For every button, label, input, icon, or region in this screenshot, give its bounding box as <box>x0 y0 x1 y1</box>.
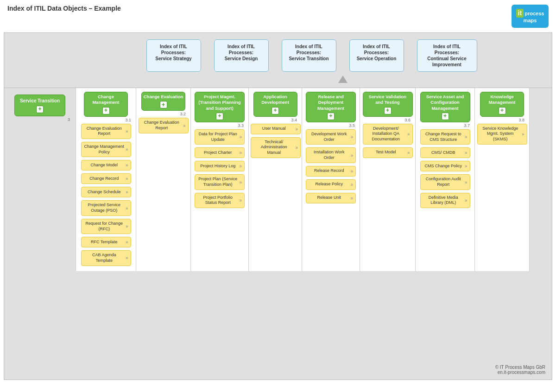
knowledge-mgmt-label: Knowledge Management <box>482 94 522 106</box>
item-project-charter[interactable]: Project Charter » <box>195 147 245 158</box>
service-validation-box[interactable]: Service Validation and Testing + <box>363 92 413 117</box>
change-evaluation-box[interactable]: Change Evaluation + <box>141 92 185 111</box>
main-grid: Service Transition + 3 Change Management… <box>4 88 552 271</box>
arrow-icon: » <box>125 189 128 195</box>
item-change-mgmt-policy[interactable]: Change Management Policy » <box>81 142 131 157</box>
item-cab-agenda[interactable]: CAB Agenda Template » <box>81 250 131 266</box>
section-num-3-5: 3.5 <box>304 123 358 128</box>
item-label: User Manual <box>253 126 294 132</box>
plus-btn-3-3[interactable]: + <box>216 113 223 120</box>
plus-btn-3-5[interactable]: + <box>327 113 335 120</box>
header-section: Index of ITILProcesses:Service Strategy … <box>4 33 552 85</box>
arrow-icon: » <box>125 239 128 245</box>
item-release-policy[interactable]: Release Policy » <box>306 179 356 190</box>
process-box-service-design[interactable]: Index of ITILProcesses:Service Design <box>214 39 269 72</box>
item-release-unit[interactable]: Release Unit » <box>306 193 356 203</box>
col-3-1: Change Management + 3.1 Change Evaluatio… <box>76 88 136 271</box>
item-skms[interactable]: Service Knowledge Mgmt. System (SKMS) » <box>477 124 527 145</box>
item-label: Change Request to CMS Structure <box>423 132 464 142</box>
item-test-model[interactable]: Test Model » <box>363 147 413 158</box>
item-label: Project History Log <box>197 164 238 169</box>
arrow-icon: » <box>406 150 410 156</box>
arrow-icon: » <box>349 195 353 201</box>
project-mgmt-box[interactable]: Project Magmt. (Transition Planning and … <box>195 92 245 122</box>
plus-btn-3-6[interactable]: + <box>384 107 392 114</box>
item-label: Change Management Policy <box>84 144 125 155</box>
item-label: Project Charter <box>197 150 238 156</box>
plus-btn-3-8[interactable]: + <box>499 107 506 114</box>
arrow-icon: » <box>125 223 128 229</box>
item-change-eval-report[interactable]: Change Evaluation Report » <box>81 124 131 139</box>
top-bar: Index of ITIL Data Objects – Example itp… <box>0 0 556 31</box>
item-rfc-template[interactable]: RFC Template » <box>81 237 131 247</box>
item-dml[interactable]: Definitive Media Library (DML) » <box>420 193 470 208</box>
process-box-service-strategy[interactable]: Index of ITILProcesses:Service Strategy <box>146 39 201 72</box>
arrow-icon: » <box>238 150 242 156</box>
item-dev-install-qa[interactable]: Development/ Installation QA Documentati… <box>363 124 413 145</box>
plus-btn-3-7[interactable]: + <box>442 113 449 120</box>
triangle-icon <box>338 76 348 83</box>
plus-btn-3-4[interactable]: + <box>272 107 279 114</box>
item-change-schedule[interactable]: Change Schedule » <box>81 187 131 197</box>
change-management-box[interactable]: Change Management + <box>84 92 128 117</box>
item-project-plan[interactable]: Project Plan (Service Transition Plan) » <box>195 174 245 190</box>
page: Index of ITIL Data Objects – Example itp… <box>0 0 556 392</box>
item-tech-admin-manual[interactable]: Technical/ Administration Manual » <box>251 137 301 158</box>
arrow-icon: » <box>125 162 128 168</box>
process-box-label: Index of ITILProcesses:Service Transitio… <box>289 44 329 61</box>
item-install-work-order[interactable]: Installation Work Order » <box>306 147 356 163</box>
item-label: Project Portfolio Status Report <box>197 195 238 206</box>
app-dev-label: Application Development <box>255 94 296 106</box>
item-label: Change Record <box>84 176 125 182</box>
arrow-icon: » <box>521 131 524 137</box>
item-project-history[interactable]: Project History Log » <box>195 161 245 171</box>
process-box-csi[interactable]: Index of ITILProcesses:Continual Service… <box>417 39 477 72</box>
change-evaluation-label: Change Evaluation <box>143 94 183 100</box>
item-cms-cmdb[interactable]: CMS/ CMDB » <box>420 147 470 158</box>
item-cms-change-policy[interactable]: CMS Change Policy » <box>420 161 470 171</box>
item-rfc[interactable]: Request for Change (RFC) » <box>81 219 131 234</box>
item-label: Development/ Installation QA Documentati… <box>366 126 406 142</box>
item-label: Data for Project Plan Update <box>197 132 238 142</box>
item-project-portfolio[interactable]: Project Portfolio Status Report » <box>195 193 245 208</box>
item-data-project-plan[interactable]: Data for Project Plan Update » <box>195 129 245 145</box>
arrow-icon: » <box>125 205 128 211</box>
item-release-record[interactable]: Release Record » <box>306 166 356 177</box>
release-deploy-box[interactable]: Release and Deployment Management + <box>306 92 356 122</box>
col-3-4: Application Development + 3.4 User Manua… <box>249 88 302 271</box>
item-change-model[interactable]: Change Model » <box>81 160 131 171</box>
item-dev-work-order[interactable]: Development Work Order » <box>306 129 356 145</box>
item-label: RFC Template <box>84 240 125 245</box>
item-pso[interactable]: Projected Service Outage (PSO) » <box>81 200 131 215</box>
col-3-6: Service Validation and Testing + 3.6 Dev… <box>360 88 416 271</box>
item-label: Change Schedule <box>84 190 125 195</box>
process-box-label: Index of ITILProcesses:Service Design <box>225 44 258 61</box>
arrow-icon: » <box>464 134 468 140</box>
process-box-service-transition[interactable]: Index of ITILProcesses:Service Transitio… <box>282 39 336 72</box>
plus-btn-3-2[interactable]: + <box>160 101 167 108</box>
item-change-request-cms[interactable]: Change Request to CMS Structure » <box>420 129 470 145</box>
service-asset-box[interactable]: Service Asset and Configuration Manageme… <box>420 92 470 122</box>
item-change-record[interactable]: Change Record » <box>81 173 131 184</box>
section-num-3-2: 3.2 <box>138 112 189 116</box>
plus-button[interactable]: + <box>36 106 44 113</box>
knowledge-mgmt-box[interactable]: Knowledge Management + <box>480 92 524 117</box>
service-transition-box[interactable]: Service Transition + <box>14 95 65 116</box>
plus-btn-3-1[interactable]: + <box>102 107 110 114</box>
change-management-label: Change Management <box>86 94 126 106</box>
item-label: Projected Service Outage (PSO) <box>84 202 125 213</box>
process-box-label: Index of ITILProcesses:Service Strategy <box>155 44 191 61</box>
process-box-label: Index of ITILProcesses:Service Operation <box>357 44 397 61</box>
arrow-icon: » <box>464 163 468 169</box>
arrow-icon: » <box>464 179 468 185</box>
arrow-icon: » <box>294 126 298 132</box>
app-dev-box[interactable]: Application Development + <box>253 92 297 117</box>
item-change-eval-report-3-2[interactable]: Change Evaluation Report » <box>139 118 189 133</box>
header-columns: Index of ITILProcesses:Service Strategy … <box>4 39 552 72</box>
item-label: Change Model <box>84 163 125 168</box>
item-user-manual[interactable]: User Manual » <box>251 124 301 134</box>
process-box-service-operation[interactable]: Index of ITILProcesses:Service Operation <box>349 39 404 72</box>
col-3-3: Project Magmt. (Transition Planning and … <box>191 88 249 271</box>
item-config-audit[interactable]: Configuration Audit Report » <box>420 174 470 190</box>
col-3-2: Change Evaluation + 3.2 Change Evaluatio… <box>136 88 191 271</box>
